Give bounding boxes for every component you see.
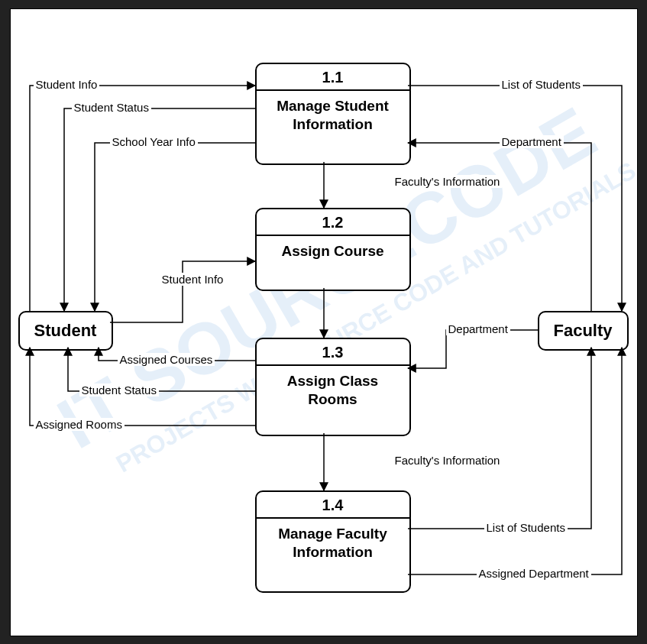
label-student-status-2: Student Status: [79, 383, 159, 396]
flow-school-year-info: [95, 143, 255, 311]
label-facultys-info-2: Faculty's Information: [393, 454, 503, 467]
process-1-3-num: 1.3: [257, 339, 409, 366]
label-student-info-1: Student Info: [34, 78, 100, 91]
entity-student: Student: [18, 311, 113, 351]
label-department-1: Department: [500, 135, 564, 148]
label-department-2: Department: [446, 322, 510, 335]
label-list-of-students-1: List of Students: [500, 78, 583, 91]
process-1-2-title: Assign Course: [257, 236, 409, 267]
entity-faculty-label: Faculty: [553, 321, 612, 341]
flow-department-1: [408, 143, 591, 311]
process-1-4-num: 1.4: [257, 492, 409, 519]
entity-faculty: Faculty: [538, 311, 629, 351]
process-1-4-title: Manage Faculty Information: [257, 519, 409, 568]
label-assigned-courses: Assigned Courses: [118, 353, 215, 366]
flow-list-of-students-1: [408, 86, 622, 311]
flow-student-info-2: [110, 261, 255, 322]
process-1-2-num: 1.2: [257, 209, 409, 236]
process-1-1: 1.1 Manage Student Information: [255, 63, 411, 165]
diagram-canvas: IT SOURCECODE PROJECTS WITH SOURCE CODE …: [10, 8, 638, 636]
process-1-1-num: 1.1: [257, 64, 409, 91]
entity-student-label: Student: [34, 321, 97, 341]
process-1-1-title: Manage Student Information: [257, 91, 409, 141]
label-assigned-department: Assigned Department: [477, 567, 591, 580]
process-1-3-title: Assign Class Rooms: [257, 366, 409, 416]
label-student-info-2: Student Info: [160, 273, 226, 286]
process-1-3: 1.3 Assign Class Rooms: [255, 338, 411, 436]
flow-list-of-students-2: [408, 348, 591, 529]
label-student-status-1: Student Status: [72, 101, 151, 114]
label-school-year-info: School Year Info: [110, 135, 198, 148]
process-1-4: 1.4 Manage Faculty Information: [255, 490, 411, 593]
label-assigned-rooms: Assigned Rooms: [34, 418, 125, 431]
label-list-of-students-2: List of Students: [484, 521, 568, 534]
flow-department-2: [408, 330, 538, 368]
process-1-2: 1.2 Assign Course: [255, 208, 411, 291]
label-facultys-info-1: Faculty's Information: [393, 175, 503, 188]
